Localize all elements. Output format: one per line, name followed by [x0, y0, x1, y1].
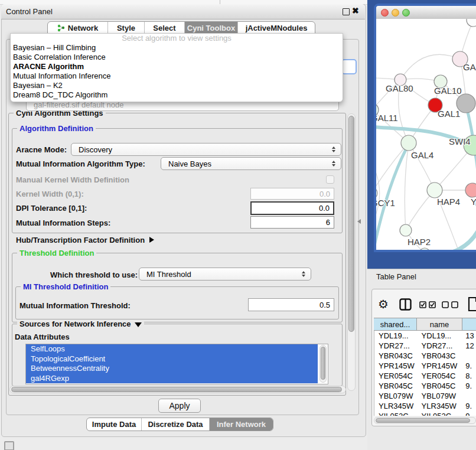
table-cell: YDL19... — [418, 331, 463, 341]
settings-scrollbar-thumb[interactable] — [348, 116, 354, 332]
network-canvas[interactable]: GALGAL80GAL10GAL1GAL11SWI4GAL4GCY1HAP4YH… — [376, 19, 476, 250]
table-row[interactable]: YIL052CYIL052C9 — [374, 411, 476, 416]
table-panel-title: Table Panel — [376, 272, 416, 281]
algorithm-definition-title: Algorithm Definition — [17, 124, 96, 133]
table-row[interactable]: YER054CYER054C8. — [374, 371, 476, 381]
aracne-mode-combo[interactable]: Discovery — [71, 143, 341, 156]
hub-transcription-section[interactable]: Hub/Transcription Factor Definition — [16, 236, 154, 244]
hub-transcription-label: Hub/Transcription Factor Definition — [16, 236, 145, 244]
table-cell: YBR045C — [374, 381, 418, 391]
split-columns-icon[interactable] — [399, 298, 412, 311]
tab-style[interactable]: Style — [108, 22, 145, 34]
network-node-bottom-partial[interactable] — [419, 248, 430, 250]
attribute-item-topologicalcoefficient[interactable]: TopologicalCoefficient — [26, 354, 318, 364]
attribute-item-betweennesscentrality[interactable]: BetweennessCentrality — [26, 364, 318, 374]
popup-item-mutual-information[interactable]: Mutual Information Inference — [11, 71, 343, 81]
manual-kernel-width-checkbox[interactable] — [326, 175, 334, 184]
popup-item-bayesian-hill-climbing[interactable]: Bayesian – Hill Climbing — [11, 43, 343, 53]
export-table-icon[interactable] — [468, 296, 476, 312]
tab-label: Select — [153, 24, 175, 32]
table-row[interactable]: YDL19...YDL19...13 — [374, 331, 476, 341]
expand-right-icon[interactable] — [149, 237, 154, 243]
table-row[interactable]: YBL079WYBL079W — [374, 391, 476, 401]
tab-select[interactable]: Select — [145, 22, 185, 34]
table-row[interactable]: YPR145WYPR145W9. — [374, 361, 476, 371]
tab-impute-data[interactable]: Impute Data — [87, 418, 142, 431]
column-header-clipped[interactable] — [462, 318, 476, 330]
table-cell: 9. — [462, 401, 476, 411]
popup-item-aracne[interactable]: ARACNE Algorithm — [11, 62, 343, 71]
popup-item-bayesian-k2[interactable]: Bayesian – K2 — [11, 81, 343, 90]
settings-hscrollbar-thumb[interactable] — [11, 387, 342, 392]
minimize-traffic-light-icon[interactable] — [392, 9, 399, 17]
popup-item-basic-correlation[interactable]: Basic Correlation Inference — [11, 53, 343, 62]
network-edge[interactable] — [400, 54, 460, 80]
sources-group-title[interactable]: Sources for Network Inference — [17, 319, 144, 328]
column-header-name[interactable]: name — [417, 318, 462, 330]
tab-network[interactable]: Network — [48, 22, 108, 34]
attribute-item-selfloops[interactable]: SelfLoops — [26, 344, 318, 354]
tab-label: Style — [117, 24, 135, 32]
network-node-HAP4[interactable] — [427, 182, 442, 198]
table-cell: YER054C — [374, 371, 418, 381]
dpi-tolerance-label: DPI Tolerance [0,1]: — [16, 204, 87, 213]
attribute-item-gal4rgexp[interactable]: gal4RGexp — [26, 374, 318, 384]
tab-discretize-data[interactable]: Discretize Data — [142, 418, 210, 431]
network-canvas-svg: GALGAL80GAL10GAL1GAL11SWI4GAL4GCY1HAP4YH… — [376, 19, 476, 250]
attribute-list-scrollbar-thumb[interactable] — [321, 347, 325, 380]
float-window-icon[interactable] — [343, 8, 350, 15]
column-header-shared[interactable]: shared... — [374, 318, 417, 330]
panel-toggle-icon[interactable] — [4, 441, 14, 450]
combo-arrows-icon — [302, 271, 305, 277]
tab-infer-network[interactable]: Infer Network — [210, 418, 273, 431]
network-node-top-partial[interactable] — [467, 19, 476, 27]
zoom-traffic-light-icon[interactable] — [402, 9, 410, 17]
network-edge-highlighted[interactable] — [429, 229, 476, 250]
network-node-label: GCY1 — [376, 198, 395, 208]
mi-threshold-field[interactable]: 0.5 — [248, 298, 334, 311]
mi-threshold-definition-title: MI Threshold Definition — [21, 282, 110, 291]
network-node-label: HAP2 — [407, 237, 431, 247]
collapse-down-icon[interactable] — [135, 322, 142, 327]
kernel-width-field[interactable]: 0.0 — [250, 188, 334, 200]
table-row[interactable]: YDR27...YDR27...12 — [374, 341, 476, 351]
settings-scrollbar-track[interactable] — [347, 113, 356, 391]
control-panel-title: Control Panel — [6, 7, 53, 16]
algorithm-combo-focus-ring[interactable] — [341, 59, 357, 74]
which-threshold-combo[interactable]: MI Threshold — [139, 268, 311, 281]
network-node-GCY1[interactable] — [376, 187, 377, 199]
network-node-label: SWI4 — [449, 136, 471, 146]
close-traffic-light-icon[interactable] — [381, 9, 389, 17]
apply-button[interactable]: Apply — [158, 399, 201, 413]
network-node-pink-right[interactable] — [465, 183, 476, 197]
gear-icon[interactable]: ⚙ — [378, 297, 389, 311]
tab-jactivemnodules[interactable]: jActiveMNodules — [238, 22, 315, 34]
network-window-titlebar[interactable] — [376, 6, 476, 19]
close-icon[interactable]: ✖ — [352, 6, 359, 15]
network-node-label: HAP4 — [437, 197, 460, 207]
table-hscrollbar-thumb[interactable] — [376, 418, 470, 423]
popup-item-dream8[interactable]: Dream8 DC_TDC Algorithm — [11, 90, 343, 100]
dpi-tolerance-field[interactable]: 0.0 — [250, 201, 334, 215]
network-edge[interactable] — [405, 143, 409, 230]
network-node-HAP2[interactable] — [400, 224, 412, 236]
mi-steps-field[interactable]: 6 — [250, 216, 334, 229]
deselect-all-checkboxes-icon[interactable] — [442, 301, 459, 308]
settings-hscrollbar-track[interactable] — [9, 386, 346, 393]
attribute-table-body[interactable]: YDL19...YDL19...13YDR27...YDR27...12YBR0… — [374, 331, 476, 416]
panel-resize-grip-icon[interactable] — [357, 219, 361, 224]
table-row[interactable]: YBR043CYBR043C — [374, 351, 476, 361]
select-all-checkboxes-icon[interactable] — [419, 301, 437, 308]
network-node-GAL4[interactable] — [401, 135, 416, 151]
which-threshold-value: MI Threshold — [146, 270, 191, 279]
table-row[interactable]: YLR345WYLR345W9. — [374, 401, 476, 411]
which-threshold-label: Which threshold to use: — [50, 270, 138, 279]
tab-cyni-toolbox[interactable]: Cyni Toolbox — [185, 22, 238, 34]
network-window[interactable]: GALGAL80GAL10GAL1GAL11SWI4GAL4GCY1HAP4YH… — [374, 4, 476, 252]
data-attributes-list[interactable]: SelfLoops TopologicalCoefficient Between… — [25, 344, 328, 384]
table-hscrollbar-track[interactable] — [374, 417, 476, 424]
attribute-list-scrollbar-track[interactable] — [319, 345, 327, 383]
mi-algorithm-type-combo[interactable]: Naive Bayes — [161, 157, 341, 170]
table-row[interactable]: YBR045CYBR045C9. — [374, 381, 476, 391]
table-cell — [462, 351, 476, 361]
